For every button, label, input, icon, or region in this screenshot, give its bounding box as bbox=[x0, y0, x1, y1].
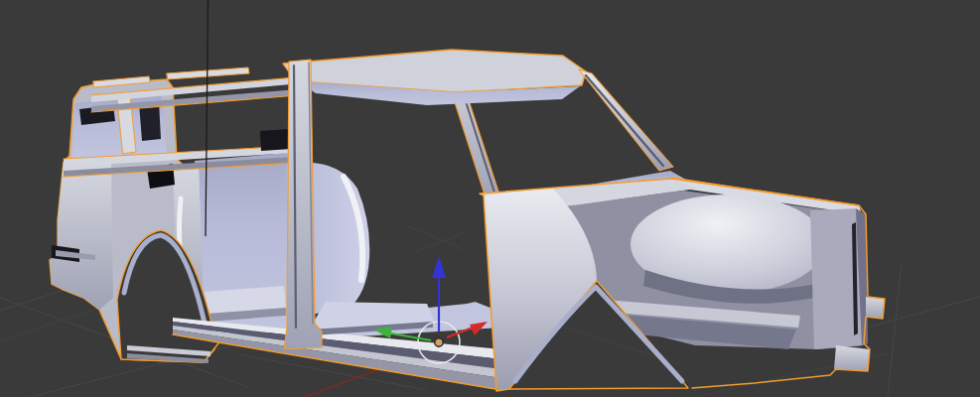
bumper-mount-tab bbox=[834, 345, 870, 371]
window-slot bbox=[260, 129, 291, 151]
bumper-mount-tab bbox=[866, 297, 885, 319]
3d-viewport[interactable] bbox=[0, 0, 980, 397]
gizmo-center-dot[interactable] bbox=[435, 338, 443, 346]
